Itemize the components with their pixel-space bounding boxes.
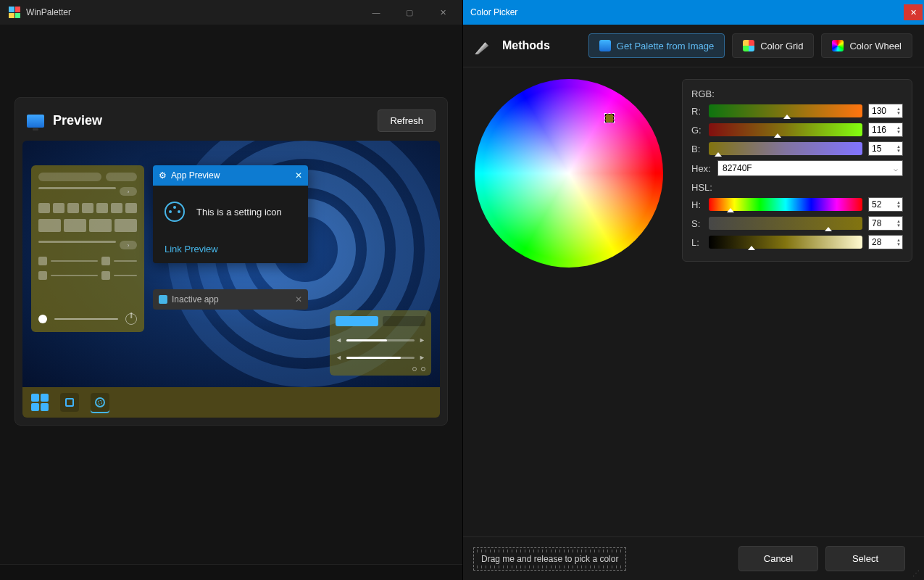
h-slider[interactable]	[709, 198, 862, 211]
minimize-button[interactable]: —	[359, 0, 393, 25]
left-statusbar	[0, 564, 462, 580]
l-input[interactable]: 28▲▼	[868, 235, 903, 249]
left-body: Preview Refresh › ›	[0, 25, 462, 564]
grid-icon	[743, 40, 754, 51]
brush-icon	[475, 37, 492, 54]
close-button[interactable]: ✕	[904, 4, 923, 20]
cancel-button[interactable]: Cancel	[738, 546, 818, 571]
image-icon	[599, 40, 611, 51]
left-titlebar[interactable]: WinPaletter — ▢ ✕	[0, 0, 462, 25]
b-slider[interactable]	[709, 142, 862, 155]
preview-app-window: ⚙ App Preview ✕ This is a setting icon L…	[153, 165, 308, 263]
taskbar-item-active[interactable]	[91, 393, 109, 412]
methods-label: Methods	[502, 39, 550, 52]
hex-input[interactable]: 82740F⌵	[717, 160, 903, 176]
link-preview[interactable]: Link Preview	[153, 235, 308, 263]
preview-title: Preview	[53, 113, 378, 128]
methods-bar: Methods Get Palette from Image Color Gri…	[463, 25, 924, 67]
preview-taskbar	[22, 387, 440, 418]
left-title: WinPaletter	[26, 7, 71, 17]
inactive-title: Inactive app	[172, 294, 219, 304]
r-input[interactable]: 130▲▼	[868, 104, 903, 118]
hsl-label: HSL:	[691, 182, 903, 193]
select-button[interactable]: Select	[825, 546, 905, 571]
start-button-icon[interactable]	[31, 394, 49, 411]
close-icon[interactable]: ✕	[295, 170, 302, 181]
volume-icon: ◄	[336, 354, 342, 361]
b-input[interactable]: 15▲▼	[868, 141, 903, 156]
color-sliders: RGB: R: 130▲▼ G: 116▲▼ B: 15▲▼ Hex: 8274…	[682, 79, 912, 262]
close-button[interactable]: ✕	[426, 0, 459, 25]
setting-text: This is a setting icon	[196, 207, 282, 218]
method-grid-button[interactable]: Color Grid	[732, 33, 814, 58]
app-square-icon	[159, 295, 167, 304]
method-wheel-button[interactable]: Color Wheel	[821, 33, 912, 58]
picker-footer: Drag me and release to pick a color Canc…	[463, 536, 924, 580]
s-slider[interactable]	[709, 217, 862, 230]
chevron-right-icon: ›	[120, 241, 137, 249]
l-slider[interactable]	[709, 236, 862, 249]
g-input[interactable]: 116▲▼	[868, 123, 903, 137]
picker-titlebar[interactable]: Color Picker ✕	[463, 0, 924, 25]
gear-icon: ⚙	[159, 170, 167, 181]
s-input[interactable]: 78▲▼	[868, 216, 903, 231]
power-icon	[125, 313, 137, 325]
wheel-cursor[interactable]	[605, 114, 614, 123]
color-picker-window: Color Picker ✕ Methods Get Palette from …	[462, 0, 924, 580]
resize-grip-icon[interactable]: ⋰	[912, 569, 920, 577]
winpaletter-window: WinPaletter — ▢ ✕ Preview Refresh › ›	[0, 0, 462, 580]
palette-icon	[165, 202, 185, 222]
close-icon[interactable]: ✕	[295, 294, 302, 304]
chevron-right-icon: ›	[120, 187, 137, 196]
picker-title: Color Picker	[470, 7, 517, 17]
wheel-icon	[832, 40, 844, 51]
method-palette-button[interactable]: Get Palette from Image	[588, 33, 725, 58]
drag-picker[interactable]: Drag me and release to pick a color	[473, 547, 626, 571]
preview-action-center: ◄► ◄►	[330, 310, 431, 376]
preview-panel: Preview Refresh › ›	[14, 97, 448, 426]
monitor-icon	[27, 115, 44, 128]
refresh-button[interactable]: Refresh	[378, 109, 436, 132]
winpaletter-logo-icon	[9, 7, 20, 18]
preview-desktop: › › ⚙ App Preview	[22, 141, 440, 387]
app-preview-title: App Preview	[171, 170, 220, 181]
h-input[interactable]: 52▲▼	[868, 197, 903, 212]
color-wheel[interactable]	[475, 79, 670, 275]
user-avatar-icon	[38, 315, 47, 323]
preview-inactive-window: Inactive app ✕	[153, 289, 308, 310]
maximize-button[interactable]: ▢	[393, 0, 426, 25]
g-slider[interactable]	[709, 123, 862, 136]
rgb-label: RGB:	[691, 88, 903, 99]
preview-start-menu: › ›	[31, 165, 144, 332]
taskbar-item[interactable]	[60, 393, 79, 412]
r-slider[interactable]	[709, 104, 862, 117]
